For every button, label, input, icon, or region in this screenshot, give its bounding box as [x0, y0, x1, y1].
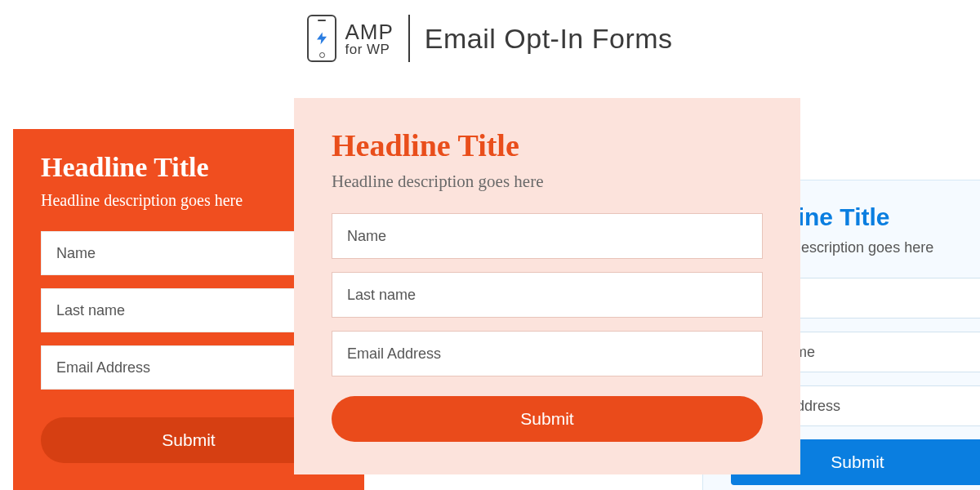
page-header: AMP for WP Email Opt-In Forms — [0, 0, 980, 62]
logo-forwp-label: for WP — [345, 42, 393, 56]
card-description: Headline description goes here — [332, 172, 763, 192]
optin-card-pink: Headline Title Headline description goes… — [294, 98, 800, 474]
logo-text: AMP for WP — [345, 21, 393, 56]
logo-amp-label: AMP — [345, 21, 393, 42]
email-field[interactable] — [41, 345, 336, 390]
submit-button[interactable]: Submit — [41, 417, 336, 463]
card-title: Headline Title — [41, 152, 336, 183]
card-title: Headline Title — [332, 127, 763, 163]
page-title: Email Opt-In Forms — [425, 23, 673, 55]
lightning-icon — [314, 27, 329, 50]
logo-group: AMP for WP — [307, 15, 393, 62]
lastname-field[interactable] — [332, 272, 763, 318]
name-field[interactable] — [41, 231, 336, 275]
submit-button[interactable]: Submit — [332, 396, 763, 442]
email-field[interactable] — [332, 331, 763, 376]
phone-amp-icon — [307, 15, 336, 62]
vertical-divider — [408, 15, 410, 62]
lastname-field[interactable] — [41, 288, 336, 332]
name-field[interactable] — [332, 213, 763, 259]
card-description: Headline description goes here — [41, 191, 336, 210]
